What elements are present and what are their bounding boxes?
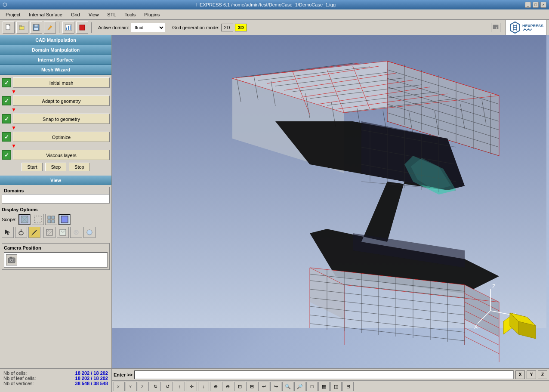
camera-button[interactable] [6, 254, 17, 265]
bt-view1[interactable]: □ [306, 382, 318, 391]
viscous-layers-button[interactable]: Viscous layers [13, 150, 110, 160]
bt-zoom-in[interactable]: 🔍 [282, 382, 293, 391]
svg-text:Z: Z [492, 284, 495, 290]
bt-move-down[interactable]: ↓ [198, 382, 209, 391]
bt-zoom-out[interactable]: 🔎 [294, 382, 305, 391]
scope-btn-1[interactable] [19, 214, 31, 225]
svg-text:Z: Z [141, 385, 144, 389]
stop-button[interactable] [76, 22, 88, 34]
reset-tool-btn[interactable] [70, 227, 82, 238]
mode-2d-button[interactable]: 2D [221, 24, 233, 31]
bt-undo[interactable]: ↩ [258, 382, 269, 391]
bt-screen[interactable]: ⊟ [342, 382, 354, 391]
menu-view[interactable]: View [85, 11, 103, 19]
bt-scale-in[interactable]: ⊕ [210, 382, 221, 391]
svg-rect-23 [48, 216, 51, 219]
menu-internal-surface[interactable]: Internal Surface [25, 11, 66, 19]
coord-x-btn[interactable]: X [515, 370, 525, 379]
bt-move-all[interactable]: ✛ [186, 382, 197, 391]
bt-rotate-ccw[interactable]: ↺ [162, 382, 173, 391]
internal-surface-header[interactable]: Internal Surface [0, 55, 111, 65]
svg-rect-15 [493, 25, 495, 27]
svg-rect-10 [66, 28, 67, 30]
svg-rect-6 [34, 25, 38, 27]
initial-mesh-button[interactable]: Initial mesh [13, 77, 110, 88]
select-tool-btn[interactable] [2, 227, 14, 238]
chart-button[interactable] [62, 22, 74, 34]
svg-rect-13 [80, 25, 85, 30]
hatch-tool-btn[interactable] [43, 227, 56, 238]
bt-rotate-cw[interactable]: ↻ [150, 382, 161, 391]
svg-line-121 [465, 336, 499, 354]
svg-rect-46 [10, 257, 12, 258]
bt-y-axis[interactable]: Y [126, 382, 137, 391]
menu-plugins[interactable]: Plugins [140, 11, 163, 19]
minimize-button[interactable]: _ [525, 2, 531, 8]
bt-z-axis[interactable]: Z [138, 382, 149, 391]
save-button[interactable] [30, 22, 42, 34]
domains-group: Domains [2, 187, 110, 204]
svg-rect-11 [68, 26, 69, 30]
menu-stl[interactable]: STL [103, 11, 120, 19]
snap-geometry-button[interactable]: Snap to geometry [13, 114, 110, 124]
nb-cells-value: 18 202 / 18 202 [75, 370, 108, 376]
mesh-wizard-header[interactable]: Mesh Wizard [0, 65, 111, 75]
edit-button[interactable] [44, 22, 56, 34]
mode-3d-button[interactable]: 3D [235, 24, 247, 31]
wizard-item-optimize: ✓ Optimize [2, 132, 110, 142]
svg-rect-18 [497, 27, 498, 29]
bottom-toolbar: X Y Z ↻ ↺ ↑ ✛ ↓ ⊕ ⊖ ⊡ ⊞ ↩ ↪ 🔍 🔎 □ ▦ ◫ ⊟ [112, 381, 549, 392]
viewport[interactable]: Z Y X [112, 35, 549, 368]
bt-redo[interactable]: ↪ [270, 382, 281, 391]
open-button[interactable] [16, 22, 28, 34]
bt-move-up[interactable]: ↑ [174, 382, 185, 391]
scope-btn-2[interactable] [32, 214, 44, 225]
menu-grid[interactable]: Grid [67, 11, 84, 19]
bt-scale-out[interactable]: ⊖ [222, 382, 233, 391]
bt-x-axis[interactable]: X [114, 382, 125, 391]
view-header[interactable]: View [0, 176, 111, 185]
hatch2-tool-btn[interactable] [57, 227, 69, 238]
domain-manipulation-header[interactable]: Domain Manipulation [0, 45, 111, 55]
title-bar: ⬡ HEXPRESS 6.1 /home/admin/test/DemoCase… [0, 0, 549, 9]
wizard-arrow-1: ▼ [11, 89, 110, 95]
svg-rect-26 [52, 220, 55, 223]
svg-line-37 [48, 231, 52, 235]
step-button[interactable]: Step [45, 163, 66, 171]
pencil-tool-btn[interactable] [28, 227, 40, 238]
maximize-button[interactable]: □ [533, 2, 539, 8]
start-button[interactable]: Start [22, 163, 43, 171]
enter-input[interactable] [134, 370, 514, 379]
menu-project[interactable]: Project [2, 11, 24, 19]
menu-tools[interactable]: Tools [121, 11, 140, 19]
menu-bar: Project Internal Surface Grid View STL T… [0, 9, 549, 20]
coord-y-btn[interactable]: Y [527, 370, 536, 379]
camera-inner [4, 252, 108, 268]
lasso-tool-btn[interactable] [15, 227, 27, 238]
enter-label: Enter >> [114, 372, 133, 377]
mesh-viewport-svg: Z Y X [112, 35, 549, 368]
camera-section: Camera Position [0, 241, 111, 272]
adapt-geometry-button[interactable]: Adapt to geometry [13, 96, 110, 106]
scope-btn-3[interactable] [45, 214, 57, 225]
scope-btn-active[interactable] [59, 214, 71, 225]
coord-z-btn[interactable]: Z [538, 370, 547, 379]
svg-point-29 [19, 231, 23, 235]
bt-view2[interactable]: ▦ [318, 382, 330, 391]
wizard-check-initial-mesh: ✓ [2, 78, 11, 87]
status-left: Nb of cells: 18 202 / 18 202 Nb of leaf … [0, 369, 112, 392]
close-button[interactable]: × [540, 2, 546, 8]
nb-leaf-value: 18 202 / 18 202 [75, 376, 108, 381]
active-domain-select[interactable]: fluid [131, 23, 165, 32]
bt-view3[interactable]: ◫ [330, 382, 342, 391]
cad-manipulation-header[interactable]: CAD Manipulation [0, 35, 111, 45]
settings-icon-button[interactable] [491, 23, 500, 32]
sphere-tool-btn[interactable] [83, 227, 96, 238]
new-button[interactable] [3, 22, 15, 34]
bt-zoom-reset[interactable]: ⊞ [246, 382, 257, 391]
wizard-item-adapt: ✓ Adapt to geometry [2, 96, 110, 106]
window-controls: _ □ × [525, 2, 546, 8]
bt-zoom-fit[interactable]: ⊡ [234, 382, 245, 391]
stop-wizard-button[interactable]: Stop [69, 163, 90, 171]
optimize-button[interactable]: Optimize [13, 132, 110, 142]
